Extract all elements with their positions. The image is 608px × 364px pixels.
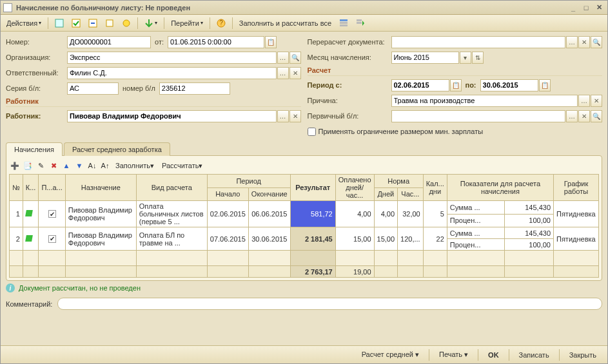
th-no[interactable]: № (10, 175, 23, 201)
sort-asc-icon[interactable]: A↓ (86, 160, 98, 171)
fill-all-button[interactable]: Заполнить и рассчитать все (236, 17, 335, 30)
comment-field[interactable] (57, 298, 602, 310)
th-calctype[interactable]: Вид расчета (136, 175, 207, 201)
check-icon: ✔ (48, 235, 56, 243)
list-select-icon[interactable] (336, 17, 351, 30)
delete-row-icon[interactable]: ✖ (48, 160, 59, 171)
th-start[interactable]: Начало (207, 187, 248, 201)
th-inds[interactable]: Показатели для расчета начисления (447, 175, 553, 201)
add-copy-icon[interactable]: 📑 (22, 160, 34, 171)
save-button[interactable]: Записать (513, 349, 555, 361)
tb-icon-4[interactable] (102, 17, 117, 30)
print-menu[interactable]: Печать ▾ (433, 348, 474, 361)
month-dropdown-button[interactable]: ▾ (460, 52, 471, 64)
worker-select-button[interactable]: … (277, 110, 289, 122)
th-name[interactable]: Назначение (65, 175, 136, 201)
recalc-clear-button[interactable]: ✕ (578, 36, 590, 48)
tb-icon-2[interactable] (68, 17, 84, 30)
move-down-icon[interactable]: ▼ (74, 160, 85, 171)
close-button-footer[interactable]: Закрыть (564, 349, 602, 361)
th-schedule[interactable]: График работы (554, 175, 599, 201)
label-month: Месяц начисления: (308, 53, 391, 61)
label-org: Организация: (6, 53, 67, 61)
th-p[interactable]: П...а... (39, 175, 65, 201)
label-number: Номер: (6, 38, 67, 46)
label-series-no: номер б/л (123, 84, 155, 92)
worker-field[interactable] (67, 110, 277, 122)
series-field[interactable] (67, 82, 119, 95)
add-row-icon[interactable]: ➕ (9, 160, 21, 171)
tab-avg-calc[interactable]: Расчет среднего заработка (64, 142, 170, 156)
series-no-field[interactable] (159, 82, 230, 95)
primary-open-button[interactable]: 🔍 (591, 110, 602, 122)
tb-icon-1[interactable] (52, 17, 67, 30)
worker-section-header: Работник (6, 97, 301, 107)
tb-icon-5[interactable] (119, 17, 134, 30)
worker-clear-button[interactable]: ✕ (289, 110, 301, 122)
period-to-cal-icon[interactable]: 📋 (539, 79, 551, 91)
goto-menu[interactable]: Перейти▾ (168, 17, 206, 30)
apply-limit-label: Применять ограничение размером мин. зарп… (319, 128, 484, 135)
svg-rect-10 (357, 19, 362, 21)
move-up-icon[interactable]: ▲ (61, 160, 72, 171)
th-cal[interactable]: Кал... дни (423, 175, 447, 201)
label-period-to: по: (466, 81, 476, 89)
table-row[interactable]: 2 ✔ Пивовар Владимир Федорович Оплата БЛ… (10, 227, 599, 239)
responsible-clear-button[interactable]: ✕ (289, 67, 301, 79)
org-field[interactable] (67, 52, 277, 64)
reason-clear-button[interactable]: ✕ (591, 95, 602, 107)
th-paid[interactable]: Оплачено дней/час... (335, 175, 374, 201)
period-to-field[interactable] (480, 79, 538, 91)
help-icon[interactable]: ? (213, 17, 229, 30)
th-end[interactable]: Окончание (248, 187, 290, 201)
th-period[interactable]: Период (207, 175, 290, 188)
table-row[interactable]: 1 ✔ Пивовар Владимир Федорович Оплата бо… (10, 201, 599, 215)
app-icon (3, 3, 12, 12)
recalc-field[interactable] (391, 36, 566, 48)
primary-clear-button[interactable]: ✕ (578, 110, 590, 122)
month-spin-button[interactable]: ⇅ (472, 52, 484, 64)
label-reason: Причина: (308, 97, 391, 104)
org-open-button[interactable]: 🔍 (289, 52, 301, 64)
ok-button[interactable]: OK (482, 349, 505, 361)
org-select-button[interactable]: … (277, 52, 289, 64)
label-responsible: Ответственный: (6, 69, 67, 77)
th-result[interactable]: Результат (290, 175, 335, 201)
tab-accruals[interactable]: Начисления (6, 142, 63, 156)
maximize-button[interactable]: □ (580, 3, 592, 13)
actions-menu[interactable]: Действия▾ (3, 17, 44, 30)
svg-text:?: ? (219, 19, 223, 26)
responsible-select-button[interactable]: … (277, 67, 289, 79)
calendar-icon[interactable]: 📋 (265, 36, 277, 48)
reason-select-button[interactable]: … (578, 95, 590, 107)
period-from-cal-icon[interactable]: 📋 (450, 79, 462, 91)
recalc-open-button[interactable]: 🔍 (591, 36, 602, 48)
reason-field[interactable] (391, 95, 578, 107)
responsible-field[interactable] (67, 67, 277, 79)
primary-field[interactable] (391, 110, 566, 122)
month-field[interactable] (391, 52, 459, 64)
accruals-table[interactable]: № К... П...а... Назначение Вид расчета П… (9, 174, 599, 278)
tb-icon-3[interactable] (85, 17, 101, 30)
number-field[interactable] (67, 36, 151, 48)
th-days[interactable]: Дней (374, 187, 398, 201)
tb-icon-6[interactable]: ▾ (141, 17, 161, 30)
apply-limit-checkbox[interactable] (308, 128, 316, 136)
edit-row-icon[interactable]: ✎ (35, 160, 46, 171)
minimize-button[interactable]: _ (567, 3, 579, 13)
sort-desc-icon[interactable]: A↑ (99, 160, 111, 171)
primary-select-button[interactable]: … (566, 110, 578, 122)
period-from-field[interactable] (391, 79, 449, 91)
list-arrow-icon[interactable] (353, 17, 368, 30)
window-title: Начисление по больничному листу: Не пров… (16, 4, 566, 12)
th-k[interactable]: К... (23, 175, 39, 201)
close-button[interactable]: ✕ (593, 3, 605, 13)
recalc-select-button[interactable]: … (566, 36, 578, 48)
date-field[interactable] (168, 36, 264, 48)
th-norm[interactable]: Норма (374, 175, 423, 188)
th-hours[interactable]: Час... (398, 187, 424, 201)
grid-fill-menu[interactable]: Заполнить▾ (112, 160, 157, 171)
label-worker: Работник: (6, 112, 67, 120)
calc-avg-menu[interactable]: Расчет средней ▾ (356, 348, 425, 361)
grid-calc-menu[interactable]: Рассчитать▾ (159, 160, 206, 171)
